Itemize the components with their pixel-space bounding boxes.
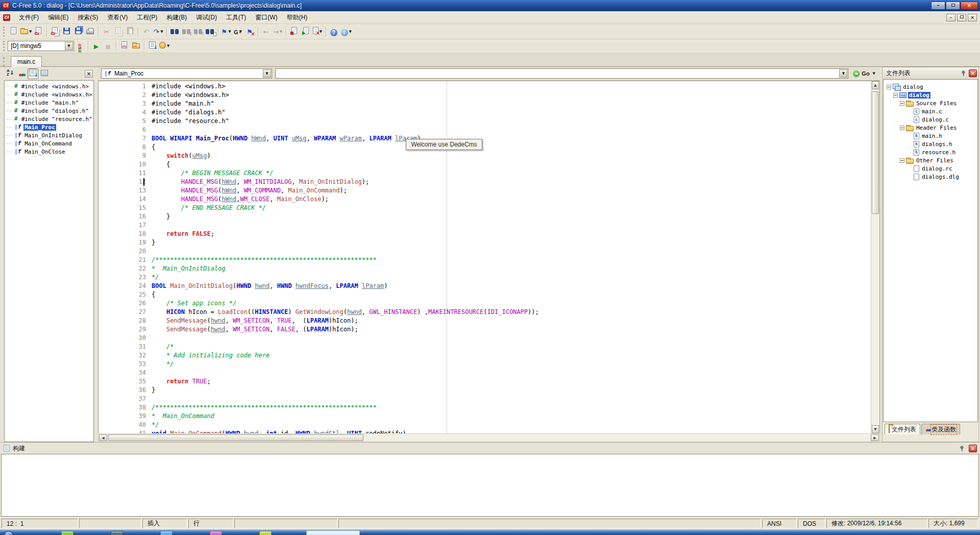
panel-splitter[interactable] xyxy=(94,67,98,442)
list-view-button[interactable]: ↓ xyxy=(28,68,38,79)
app-1-taskbar-icon[interactable] xyxy=(61,531,74,535)
clear-errors-button[interactable]: ×▼ xyxy=(312,26,324,38)
menu-v[interactable]: 查看(V) xyxy=(103,12,132,23)
close-icon[interactable]: × xyxy=(969,445,977,452)
tree-item[interactable]: Other Files xyxy=(886,156,977,164)
symbol-item[interactable]: |fMain_Proc xyxy=(7,123,93,131)
save-all-button[interactable] xyxy=(72,26,84,38)
close-icon[interactable]: × xyxy=(85,70,93,78)
tree-item[interactable]: hmain.h xyxy=(886,132,977,140)
symbol-item[interactable]: |fMain_OnInitDialog xyxy=(7,131,93,139)
stop-build-button[interactable]: ▼ xyxy=(158,40,170,52)
app-5-taskbar-icon[interactable] xyxy=(259,531,272,535)
tree-item[interactable]: cdialog.c xyxy=(886,115,977,124)
tree-item[interactable]: dialog xyxy=(886,83,977,91)
compile-button[interactable]: 101 xyxy=(118,40,130,52)
symbol-item[interactable]: ##include "resource.h" xyxy=(7,115,93,123)
function-combo[interactable]: |f Main_Proc ▼ xyxy=(101,68,272,79)
horizontal-scrollbar[interactable]: ◀ ▶ xyxy=(98,433,880,442)
pin-icon[interactable] xyxy=(959,69,967,77)
minimize-button[interactable]: – xyxy=(931,2,945,10)
symbol-item[interactable]: ##include "dialogs.h" xyxy=(7,107,93,115)
chevron-down-icon[interactable]: ▼ xyxy=(349,30,352,34)
chevron-down-icon[interactable]: ▼ xyxy=(29,30,32,34)
sort-by-type-button[interactable]: ◆◆◆ xyxy=(16,68,27,79)
previous-error-button[interactable] xyxy=(288,26,300,38)
rebuild-button[interactable]: ↓ xyxy=(146,40,158,52)
menu-f[interactable]: 文件(F) xyxy=(14,12,43,23)
maximize-button[interactable] xyxy=(946,2,960,10)
about-button[interactable]: i▼ xyxy=(340,26,353,38)
build-output[interactable] xyxy=(1,454,979,517)
tab-file-list[interactable]: 文件列表 xyxy=(885,424,920,434)
collapse-toggle-icon[interactable] xyxy=(900,101,904,106)
collapse-toggle-icon[interactable] xyxy=(900,126,904,130)
run-button[interactable]: ▶ xyxy=(90,40,102,52)
menu-b[interactable]: 构建(B) xyxy=(162,12,191,23)
symbol-item[interactable]: ##include <windows.h> xyxy=(7,82,93,90)
collapse-toggle-icon[interactable] xyxy=(893,93,898,98)
active-window-button[interactable] xyxy=(306,530,360,535)
tree-item[interactable]: hdialogs.h xyxy=(886,140,977,148)
build-button[interactable]: 101 xyxy=(130,40,142,52)
details-view-button[interactable] xyxy=(39,68,50,79)
go-button[interactable]: ➜ Go ▼ xyxy=(851,69,877,78)
vertical-scrollbar[interactable]: ▲ ▼ xyxy=(871,81,879,433)
tree-item[interactable]: cmain.c xyxy=(886,107,977,115)
child-close-button[interactable]: × xyxy=(968,14,977,21)
switch-debug-release-button[interactable]: D⇄R xyxy=(74,40,86,52)
scroll-down-arrow[interactable]: ▼ xyxy=(872,425,879,433)
menu-t[interactable]: 工具(T) xyxy=(222,12,251,23)
close-file-button[interactable] xyxy=(33,26,44,38)
horizontal-scroll-thumb[interactable] xyxy=(108,434,363,441)
menu-p[interactable]: 工程(P) xyxy=(132,12,162,23)
collapse-toggle-icon[interactable] xyxy=(887,85,891,89)
tab-main-c[interactable]: main.c xyxy=(11,56,42,67)
tree-item[interactable]: dialog xyxy=(886,91,977,99)
toolbar-grip[interactable] xyxy=(3,41,5,51)
open-file-button[interactable]: ▼ xyxy=(19,26,33,38)
menu-e[interactable]: 编辑(E) xyxy=(43,12,73,23)
vertical-scroll-thumb[interactable] xyxy=(872,91,879,214)
clear-bookmarks-button[interactable]: ⚑× xyxy=(244,26,256,38)
tree-item[interactable]: Header Files xyxy=(886,124,977,132)
scroll-right-arrow[interactable]: ▶ xyxy=(871,434,879,441)
symbol-item[interactable]: |fMain_OnClose xyxy=(7,148,93,156)
collapse-toggle-icon[interactable] xyxy=(900,158,904,163)
tree-item[interactable]: hresource.h xyxy=(886,148,977,156)
symbol-item[interactable]: |fMain_OnCommand xyxy=(7,139,93,148)
menu-h[interactable]: 帮助(H) xyxy=(282,12,312,23)
chevron-down-icon[interactable]: ▼ xyxy=(167,44,169,48)
chevron-down-icon[interactable]: ▼ xyxy=(280,30,282,34)
find-button[interactable] xyxy=(169,26,181,38)
sort-alphabetic-button[interactable]: AZ↓ xyxy=(5,68,16,79)
menu-s[interactable]: 搜索(S) xyxy=(73,12,103,23)
scroll-up-arrow[interactable]: ▲ xyxy=(872,81,879,89)
tree-item[interactable]: Source Files xyxy=(886,99,977,107)
symbol-list[interactable]: ##include <windows.h>##include <windowsx… xyxy=(4,80,94,442)
save-button[interactable] xyxy=(61,26,72,38)
app-2-taskbar-icon[interactable] xyxy=(111,531,123,535)
file-tree[interactable]: dialogdialogSource Filescmain.ccdialog.c… xyxy=(883,79,978,422)
menu-w[interactable]: 窗口(W) xyxy=(251,12,282,23)
toolbar-grip[interactable] xyxy=(3,27,5,37)
print-button[interactable] xyxy=(84,26,96,38)
goto-field[interactable]: ▼ xyxy=(275,68,848,79)
pin-icon[interactable] xyxy=(958,445,966,452)
child-minimize-button[interactable]: – xyxy=(946,14,955,21)
chevron-down-icon[interactable]: ▼ xyxy=(263,69,271,78)
new-file-button[interactable] xyxy=(8,26,19,38)
toggle-bookmark-button[interactable]: ⚑▼ xyxy=(220,26,232,38)
build-target-combo[interactable]: [D] mingw5 ▼ xyxy=(8,41,74,51)
redo-button[interactable]: ↷▼ xyxy=(152,26,164,38)
goto-line-button[interactable]: G»▼ xyxy=(232,26,244,38)
tab-classes-functions[interactable]: ◆◆类及函数 xyxy=(921,424,960,434)
next-error-button[interactable] xyxy=(300,26,312,38)
tree-item[interactable]: dialogs.dlg xyxy=(886,173,977,181)
help-button[interactable]: ? xyxy=(328,26,340,38)
scroll-left-arrow[interactable]: ◀ xyxy=(99,434,107,441)
code-area[interactable]: 1#include <windows.h>2#include <windowsx… xyxy=(98,81,880,433)
app-3-taskbar-icon[interactable] xyxy=(160,531,173,535)
menu-d[interactable]: 调试(D) xyxy=(191,12,222,23)
child-restore-button[interactable] xyxy=(957,14,966,21)
